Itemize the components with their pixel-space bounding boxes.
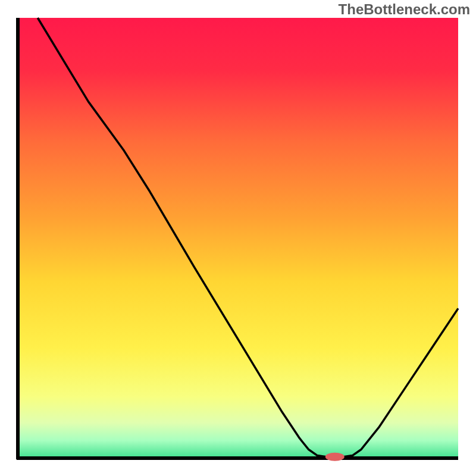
watermark-label: TheBottleneck.com xyxy=(339,1,470,18)
chart-container: TheBottleneck.com xyxy=(0,0,476,476)
optimum-marker xyxy=(325,453,345,461)
plot-background xyxy=(18,18,458,458)
chart-svg xyxy=(0,0,476,476)
